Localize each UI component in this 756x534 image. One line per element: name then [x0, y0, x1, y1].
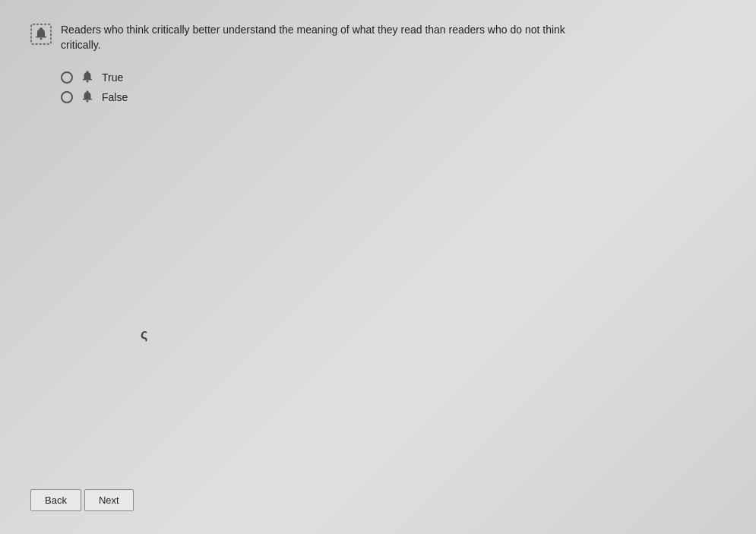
question-area: Readers who think critically better unde… — [30, 23, 726, 52]
page-container: Readers who think critically better unde… — [0, 0, 756, 534]
svg-point-1 — [40, 38, 43, 40]
option-true-icon — [81, 71, 94, 84]
radio-false[interactable] — [61, 91, 73, 103]
bottom-nav: Back Next — [30, 489, 134, 511]
cursor-char: ς — [141, 327, 147, 343]
option-true-label: True — [102, 71, 123, 84]
options-area: True False — [61, 71, 726, 104]
svg-point-5 — [87, 100, 89, 103]
option-true[interactable]: True — [61, 71, 726, 84]
question-icon — [30, 24, 52, 45]
option-false-label: False — [102, 91, 128, 103]
option-false[interactable]: False — [61, 90, 726, 104]
next-button[interactable]: Next — [84, 489, 134, 511]
svg-point-3 — [87, 81, 89, 83]
svg-rect-6 — [87, 91, 89, 93]
back-button[interactable]: Back — [30, 489, 81, 511]
question-text: Readers who think critically better unde… — [61, 23, 593, 52]
svg-rect-4 — [87, 71, 89, 73]
radio-true[interactable] — [61, 71, 73, 84]
option-false-icon — [81, 90, 94, 104]
svg-rect-2 — [40, 28, 43, 30]
